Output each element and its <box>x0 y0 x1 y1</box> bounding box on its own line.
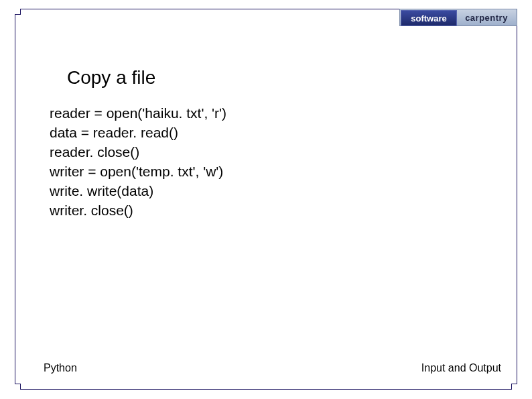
corner-notch-bottom-right <box>511 384 517 390</box>
software-carpentry-logo: software carpentry <box>399 9 517 26</box>
slide-frame: software carpentry Copy a file reader = … <box>15 9 517 390</box>
code-line: reader = open('haiku. txt', 'r') <box>50 105 226 121</box>
code-line: writer. close() <box>50 203 133 218</box>
logo-right-text: carpentry <box>457 9 517 25</box>
code-line: write. write(data) <box>50 183 153 198</box>
corner-notch-bottom-left <box>15 384 21 390</box>
footer-left: Python <box>44 362 77 374</box>
logo-left-text: software <box>401 10 457 26</box>
code-line: data = reader. read() <box>50 125 178 140</box>
slide: software carpentry Copy a file reader = … <box>0 0 532 399</box>
code-block: reader = open('haiku. txt', 'r') data = … <box>50 103 226 220</box>
corner-notch-top-left <box>15 9 21 15</box>
slide-title: Copy a file <box>67 67 155 89</box>
code-line: writer = open('temp. txt', 'w') <box>50 164 223 179</box>
footer-right: Input and Output <box>421 362 501 374</box>
code-line: reader. close() <box>50 144 139 160</box>
